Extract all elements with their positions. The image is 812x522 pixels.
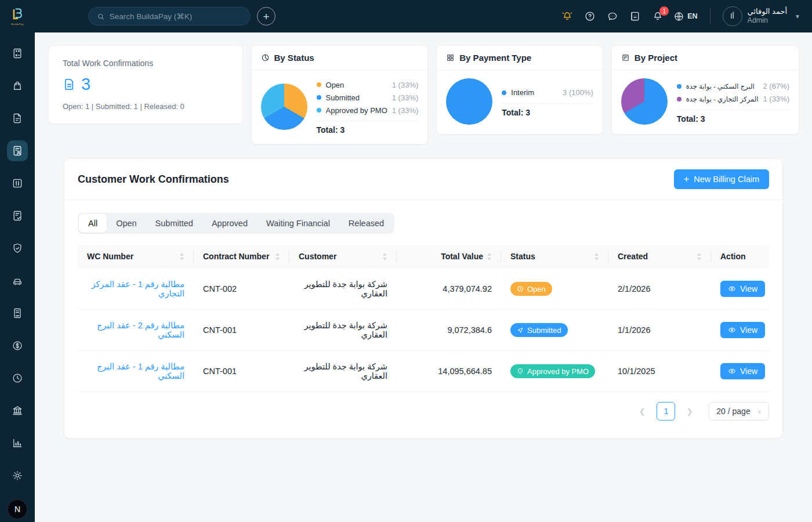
sliders-icon — [12, 177, 23, 189]
created-cell: 10/1/2025 — [608, 351, 711, 392]
language-selector[interactable]: EN — [673, 11, 697, 22]
legend-item: Open 1 (33%) — [317, 78, 419, 91]
column-header-customer[interactable]: Customer — [289, 244, 397, 269]
shield-check-icon — [12, 242, 23, 254]
main-content: Total Work Confirmations 3 Open: 1 | Sub… — [35, 0, 812, 438]
table-row: مطالبة رقم 1 - عقد المركز التجاري CNT-00… — [78, 269, 769, 310]
user-menu[interactable]: أا أحمد الوفائي Admin ▼ — [723, 6, 800, 26]
bar-chart-icon — [12, 437, 23, 449]
sidebar-item-fleet[interactable] — [7, 270, 28, 291]
current-page-button[interactable]: 1 — [657, 402, 675, 420]
previous-page-button[interactable]: ❮ — [633, 402, 651, 420]
legend-item: البرج السكني - بوابة جدة 2 (67%) — [677, 80, 789, 93]
page-title: Customer Work Confirmations — [78, 173, 229, 186]
column-header-status[interactable]: Status — [501, 244, 608, 269]
by-payment-pie-chart — [446, 78, 492, 125]
legend-dot — [317, 108, 321, 113]
view-button[interactable]: View — [720, 322, 765, 338]
search-input[interactable] — [110, 12, 242, 21]
tab-all[interactable]: All — [79, 214, 107, 233]
chat-icon[interactable] — [606, 9, 619, 23]
status-badge-submitted: Submitted — [510, 323, 568, 337]
sort-icon[interactable] — [594, 253, 599, 260]
search-icon — [97, 12, 105, 21]
sort-icon[interactable] — [179, 253, 184, 260]
sidebar-item-documents[interactable] — [7, 108, 28, 129]
user-role: Admin — [748, 16, 788, 26]
by-project-card: By Project البرج السكني - بوابة جدة 2 (6… — [611, 45, 799, 135]
work-confirmation-icon — [12, 145, 23, 157]
by-payment-title: By Payment Type — [459, 53, 531, 63]
sort-icon[interactable] — [275, 253, 280, 260]
tab-waiting-financial[interactable]: Waiting Financial — [257, 214, 339, 233]
eye-icon — [728, 367, 736, 375]
widget-launcher-button[interactable]: N — [7, 499, 28, 520]
address-book-icon[interactable] — [628, 9, 642, 23]
legend-label: البرج السكني - بوابة جدة — [686, 82, 755, 90]
wc-number-link[interactable]: مطالبة رقم 1 - عقد البرج السكني — [78, 351, 194, 392]
help-icon[interactable] — [583, 9, 597, 23]
sort-icon[interactable] — [382, 253, 387, 260]
status-cell: Approved by PMO — [501, 351, 608, 392]
divider — [502, 103, 593, 104]
stat-cards-row: Total Work Confirmations 3 Open: 1 | Sub… — [35, 32, 812, 144]
pagination: ❮ 1 ❯ 20 / page ∨ — [64, 392, 782, 438]
page-size-select[interactable]: 20 / page ∨ — [709, 402, 769, 420]
legend-value: 1 (33%) — [392, 93, 419, 102]
sidebar-item-history[interactable] — [7, 368, 28, 389]
tab-submitted[interactable]: Submitted — [146, 214, 202, 233]
sidebar-item-work-confirmations[interactable] — [7, 140, 28, 161]
summary-value: 3 — [81, 75, 90, 94]
project-icon — [621, 53, 630, 62]
sidebar-item-payments[interactable] — [7, 335, 28, 356]
tab-open[interactable]: Open — [107, 214, 146, 233]
view-button[interactable]: View — [720, 281, 765, 297]
sidebar-item-reports[interactable] — [7, 433, 28, 454]
wc-number-link[interactable]: مطالبة رقم 2 - عقد البرج السكني — [78, 310, 194, 351]
sidebar-item-invoices[interactable] — [7, 303, 28, 324]
sort-icon[interactable] — [697, 253, 702, 260]
customer-cell: شركة بوابة جدة للتطوير العقاري — [289, 269, 397, 310]
sidebar-item-approvals[interactable] — [7, 205, 28, 226]
work-confirmations-table: WC Number Contract Number Customer — [78, 244, 769, 392]
tab-approved[interactable]: Approved — [202, 214, 257, 233]
language-label: EN — [687, 12, 697, 20]
document-icon — [12, 113, 23, 124]
sidebar-item-procurement[interactable] — [7, 75, 28, 96]
sidebar: N — [0, 32, 35, 522]
buildapay-logo[interactable]: BuildaPay — [0, 7, 35, 26]
column-header-total-value[interactable]: Total Value — [397, 244, 501, 269]
column-header-wc-number[interactable]: WC Number — [78, 244, 194, 269]
sidebar-item-controls[interactable] — [7, 173, 28, 194]
sidebar-item-finance[interactable] — [7, 400, 28, 421]
new-billing-claim-button[interactable]: + New Billing Claim — [674, 169, 769, 189]
sidebar-item-settings[interactable] — [7, 465, 28, 486]
customer-cell: شركة بوابة جدة للتطوير العقاري — [289, 310, 397, 351]
column-header-contract-number[interactable]: Contract Number — [194, 244, 289, 269]
by-project-title: By Project — [635, 53, 677, 63]
legend-label: Approved by PMO — [326, 106, 387, 115]
buildapay-logo-icon — [9, 7, 26, 22]
view-button[interactable]: View — [720, 363, 765, 379]
sidebar-item-security[interactable] — [7, 238, 28, 259]
brand-name: BuildaPay — [11, 23, 24, 26]
by-status-pie-chart — [261, 84, 307, 130]
next-page-button[interactable]: ❯ — [680, 402, 699, 420]
bag-icon — [12, 80, 23, 92]
global-search[interactable] — [88, 7, 251, 26]
wc-number-link[interactable]: مطالبة رقم 1 - عقد المركز التجاري — [78, 269, 194, 310]
tab-released[interactable]: Released — [339, 214, 393, 233]
alert-bell-icon[interactable] — [560, 9, 574, 23]
sidebar-item-calculator[interactable] — [7, 43, 28, 64]
chevron-down-icon: ▼ — [795, 13, 800, 20]
clock-icon — [12, 372, 23, 384]
dollar-icon — [12, 340, 23, 351]
eye-icon — [728, 285, 736, 293]
by-status-total: Total: 3 — [317, 125, 419, 135]
customer-work-confirmations-card: Customer Work Confirmations + New Billin… — [64, 158, 783, 438]
notifications-bell-icon[interactable]: 1 — [651, 9, 665, 23]
quick-add-button[interactable]: + — [257, 7, 276, 26]
column-header-created[interactable]: Created — [608, 244, 711, 269]
sort-icon[interactable] — [487, 253, 492, 260]
legend-label: Submitted — [326, 93, 360, 102]
